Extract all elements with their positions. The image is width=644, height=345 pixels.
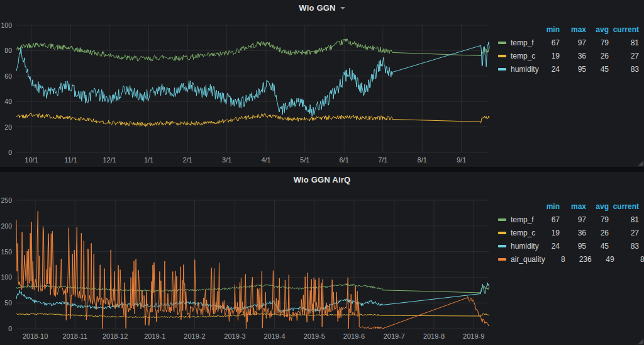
legend-series-label[interactable]: humidity: [509, 65, 540, 74]
x-axis-tick-label: 2019-8: [423, 332, 445, 340]
legend-series-label[interactable]: temp_c: [509, 229, 540, 237]
legend-value-avg: 45: [586, 242, 609, 251]
x-axis-tick-label: 2019-1: [144, 332, 165, 340]
temp-humidity-time-series-chart[interactable]: 02040608010010/111/112/11/12/13/14/15/16…: [0, 15, 493, 167]
x-axis-tick-label: 10/1: [25, 156, 38, 164]
x-axis-tick-label: 2019-6: [343, 332, 365, 340]
legend-value-max: 36: [560, 52, 586, 60]
panel-wio-ggn: Wio GGN 02040608010010/111/112/11/12/13/…: [0, 0, 644, 167]
y-axis-tick-label: 60: [4, 72, 12, 80]
panel-title-menu[interactable]: Wio GGN: [0, 0, 644, 15]
legend-series-label[interactable]: temp_c: [509, 52, 540, 60]
legend-value-current: 27: [609, 52, 639, 60]
legend-header-min: min: [540, 25, 560, 34]
legend-series-label[interactable]: temp_f: [509, 38, 540, 47]
y-axis-tick-label: 50: [4, 299, 12, 307]
legend-value-max: 95: [560, 242, 586, 251]
series-swatch-cell: [498, 245, 509, 247]
y-axis-tick-label: 80: [4, 47, 12, 54]
legend-value-avg: 45: [586, 65, 609, 74]
legend-value-avg: 26: [586, 52, 609, 60]
x-axis-tick-label: 4/1: [261, 156, 270, 164]
x-axis-tick-label: 2018-11: [62, 332, 87, 340]
x-axis-tick-label: 2019-2: [184, 332, 205, 340]
legend-row-temp_c: temp_c19362627: [498, 49, 639, 62]
series-swatch-cell: [498, 42, 509, 44]
x-axis-tick-label: 2019-7: [384, 332, 405, 340]
legend-row-temp_f: temp_f67977981: [498, 213, 639, 226]
legend-header-row: minmaxavgcurrent: [498, 200, 639, 213]
legend-value-avg: 79: [586, 38, 609, 47]
x-axis-tick-label: 3/1: [222, 156, 231, 164]
legend-row-humidity: humidity24954583: [498, 62, 639, 76]
series-color-swatch-icon: [498, 258, 506, 261]
y-axis-tick-label: 250: [1, 196, 12, 204]
chevron-down-icon: [340, 7, 345, 9]
y-axis-tick-label: 0: [8, 325, 12, 332]
legend-series-label[interactable]: air_quality: [509, 255, 545, 264]
air-quality-time-series-chart[interactable]: 0501001502002502018-102018-112018-122019…: [0, 187, 493, 345]
legend-table: minmaxavgcurrenttemp_f67977981temp_c1936…: [498, 23, 639, 76]
y-axis-tick-label: 100: [1, 273, 12, 281]
series-color-swatch-icon: [498, 232, 506, 234]
panel-title-menu[interactable]: Wio GGN AirQ: [0, 172, 644, 187]
x-axis-tick-label: 1/1: [144, 156, 153, 164]
x-axis-tick-label: 2019-9: [463, 332, 484, 340]
x-axis-tick-label: 2019-4: [264, 332, 285, 340]
y-axis-tick-label: 20: [4, 123, 12, 131]
series-swatch-cell: [498, 232, 509, 234]
legend-header-avg: avg: [586, 25, 609, 34]
series-line-temp_c: [16, 113, 489, 127]
series-swatch-cell: [498, 55, 509, 57]
legend-value-min: 67: [540, 38, 560, 47]
legend-value-min: 24: [540, 65, 560, 74]
legend-value-current: 81: [609, 38, 639, 47]
legend-header-min: min: [540, 202, 560, 211]
legend-value-avg: 26: [586, 229, 609, 237]
legend-value-max: 97: [560, 215, 586, 224]
y-axis-tick-label: 40: [4, 98, 12, 105]
legend-value-max: 236: [565, 255, 592, 264]
x-axis-tick-label: 9/1: [457, 156, 466, 164]
series-line-air_quality: [16, 211, 489, 329]
legend-value-max: 95: [560, 65, 586, 74]
x-axis-tick-label: 2/1: [183, 156, 192, 164]
x-axis-tick-label: 2018-12: [103, 332, 128, 340]
x-axis-tick-label: 6/1: [339, 156, 348, 164]
legend-row-temp_c: temp_c19362627: [498, 226, 639, 239]
x-axis-tick-label: 2019-5: [304, 332, 325, 340]
legend-value-current: 8: [614, 255, 644, 264]
series-swatch-cell: [498, 68, 509, 71]
y-axis-tick-label: 200: [1, 222, 12, 230]
x-axis-tick-label: 7/1: [378, 156, 387, 164]
legend-value-avg: 49: [592, 255, 614, 264]
panel-resize-handle[interactable]: [638, 339, 643, 344]
legend-row-temp_f: temp_f67977981: [498, 36, 639, 49]
series-color-swatch-icon: [498, 245, 506, 247]
legend-series-label[interactable]: temp_f: [509, 215, 540, 224]
x-axis-tick-label: 2018-10: [23, 332, 48, 340]
legend-value-current: 83: [609, 242, 639, 251]
legend-header-row: minmaxavgcurrent: [498, 23, 639, 36]
series-line-humidity: [16, 42, 489, 117]
series-swatch-cell: [498, 258, 509, 261]
panel-title: Wio GGN AirQ: [294, 175, 351, 184]
legend-table: minmaxavgcurrenttemp_f67977981temp_c1936…: [498, 200, 639, 266]
legend-header-max: max: [560, 25, 586, 34]
legend-value-current: 81: [609, 215, 639, 224]
panel-resize-handle[interactable]: [638, 161, 643, 166]
legend-header-current: current: [609, 25, 639, 34]
y-axis-tick-label: 0: [8, 149, 12, 156]
series-line-temp_f: [16, 39, 489, 61]
x-axis-tick-label: 2019-3: [224, 332, 245, 340]
legend-value-min: 24: [540, 242, 560, 251]
legend-series-label[interactable]: humidity: [509, 242, 540, 251]
x-axis-tick-label: 11/1: [64, 156, 77, 164]
panel-title: Wio GGN: [299, 3, 335, 13]
series-color-swatch-icon: [498, 218, 506, 221]
legend-value-min: 19: [540, 52, 560, 60]
legend-value-min: 8: [545, 255, 565, 264]
legend-value-current: 27: [609, 229, 639, 237]
legend-row-air_quality: air_quality8236498: [498, 252, 639, 266]
series-color-swatch-icon: [498, 68, 506, 71]
